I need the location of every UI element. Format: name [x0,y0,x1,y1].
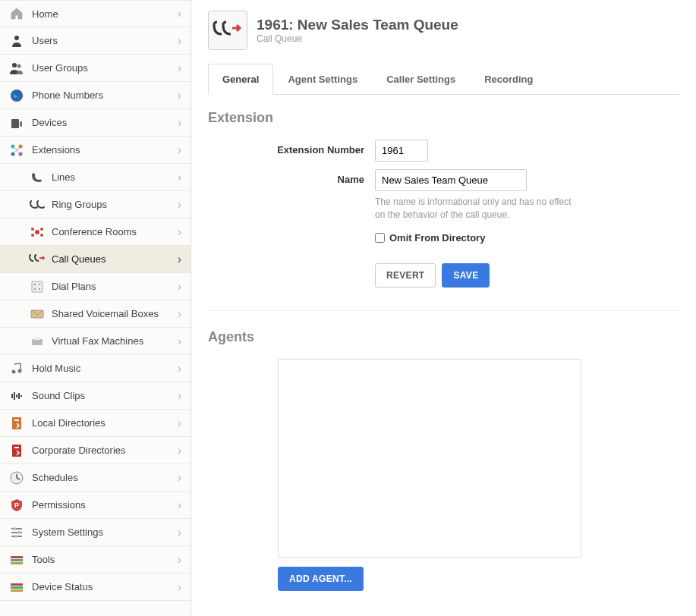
chevron-right-icon: › [178,89,181,102]
user-group-icon [8,59,26,77]
fax-icon [29,333,46,350]
page-subtitle: Call Queue [257,33,458,44]
chevron-right-icon: › [178,61,181,75]
svg-point-46 [14,535,17,538]
svg-point-0 [14,36,19,40]
extension-number-input[interactable] [375,140,428,162]
add-agent-button[interactable]: ADD AGENT... [278,567,364,591]
clock-icon [8,469,26,487]
sidebar-item-phone-numbers[interactable]: Phone Numbers › [0,82,191,109]
section-divider [208,310,679,311]
sidebar-item-label: Tools [32,554,178,565]
agents-section-title: Agents [208,329,679,345]
svg-rect-52 [11,589,23,592]
svg-rect-5 [20,121,22,127]
sidebar-item-label: Hold Music [32,363,178,374]
svg-point-3 [11,90,23,102]
name-input[interactable] [375,169,527,191]
sidebar-item-label: Ring Groups [52,199,178,210]
sidebar-item-label: Sound Clips [32,390,178,401]
tab-agent-settings[interactable]: Agent Settings [273,64,372,95]
directory-corp-icon [8,442,26,460]
sidebar-item-user-groups[interactable]: User Groups › [0,55,191,82]
chevron-right-icon: › [178,498,181,512]
sidebar-item-schedules[interactable]: Schedules › [0,464,191,492]
svg-rect-34 [14,420,19,421]
svg-rect-48 [11,559,23,561]
omit-directory-checkbox[interactable] [375,233,385,243]
sidebar-item-label: Extensions [32,144,178,156]
svg-point-21 [39,288,40,290]
chevron-right-icon: › [178,335,181,348]
status-icon [8,578,26,596]
globe-icon [8,86,26,105]
svg-rect-47 [11,556,23,558]
sidebar-item-label: System Settings [32,526,178,538]
sidebar-item-ring-groups[interactable]: Ring Groups › [0,191,191,218]
sidebar-item-lines[interactable]: Lines › [0,164,191,191]
agents-list-box[interactable] [278,359,581,558]
sidebar-item-call-queues[interactable]: Call Queues › [0,246,191,273]
sidebar-item-extensions[interactable]: Extensions › [0,137,191,164]
svg-rect-50 [11,583,23,586]
svg-point-20 [34,288,36,290]
sidebar-item-system-settings[interactable]: System Settings › [0,519,191,546]
sidebar-item-label: Call Queues [52,253,178,265]
sidebar-item-sound-clips[interactable]: Sound Clips › [0,382,191,410]
sidebar-item-home[interactable]: Home › [0,0,191,27]
chevron-right-icon: › [178,171,181,184]
dial-plan-icon [29,278,46,295]
sidebar-item-users[interactable]: Users › [0,27,191,55]
save-button[interactable]: SAVE [442,263,490,288]
tab-general[interactable]: General [208,64,273,95]
svg-point-13 [31,228,34,231]
chevron-right-icon: › [178,389,181,403]
call-queue-icon [29,251,46,268]
revert-button[interactable]: REVERT [375,263,436,288]
sidebar-item-corporate-directories[interactable]: Corporate Directories › [0,437,191,464]
sidebar-item-device-status[interactable]: Device Status › [0,574,191,601]
sidebar-item-hold-music[interactable]: Hold Music › [0,355,191,382]
tab-recording[interactable]: Recording [470,64,547,95]
svg-point-18 [34,284,36,285]
svg-rect-49 [11,562,23,564]
svg-rect-23 [32,339,43,345]
user-icon [8,32,26,50]
sidebar-item-tools[interactable]: Tools › [0,546,191,574]
sidebar-item-label: Conference Rooms [52,226,178,237]
line-icon [29,169,46,186]
chevron-right-icon: › [178,471,181,485]
sidebar-item-conference-rooms[interactable]: Conference Rooms › [0,218,191,246]
sidebar: Home › Users › User Groups › Phone Numbe… [0,0,191,616]
sidebar-item-label: Schedules [32,472,178,483]
chevron-right-icon: › [178,143,181,157]
svg-point-44 [13,527,16,530]
svg-rect-24 [34,337,40,340]
sidebar-item-virtual-fax[interactable]: Virtual Fax Machines › [0,328,191,355]
svg-point-25 [12,369,16,373]
sound-icon [8,387,26,405]
directory-local-icon [8,414,26,432]
svg-text:P: P [14,501,19,509]
svg-point-12 [35,230,39,234]
sidebar-item-label: Permissions [32,499,178,511]
sidebar-item-local-directories[interactable]: Local Directories › [0,410,191,437]
chevron-right-icon: › [178,7,181,20]
device-icon [8,114,26,132]
svg-point-1 [12,63,17,68]
page-header: 1961: New Sales Team Queue Call Queue [208,11,679,50]
voicemail-icon [29,306,46,322]
page-title: 1961: New Sales Team Queue [257,17,458,33]
chevron-right-icon: › [178,34,181,48]
sidebar-item-dial-plans[interactable]: Dial Plans › [0,273,191,300]
svg-point-15 [31,234,34,237]
svg-rect-51 [11,586,23,589]
tab-caller-settings[interactable]: Caller Settings [372,64,470,95]
sidebar-item-label: Virtual Fax Machines [52,335,178,347]
sidebar-item-permissions[interactable]: P Permissions › [0,492,191,519]
chevron-right-icon: › [178,253,181,266]
omit-directory-label[interactable]: Omit From Directory [389,232,485,244]
sidebar-item-devices[interactable]: Devices › [0,109,191,137]
sidebar-item-shared-voicemail[interactable]: Shared Voicemail Boxes › [0,300,191,328]
extension-section-title: Extension [208,110,679,126]
